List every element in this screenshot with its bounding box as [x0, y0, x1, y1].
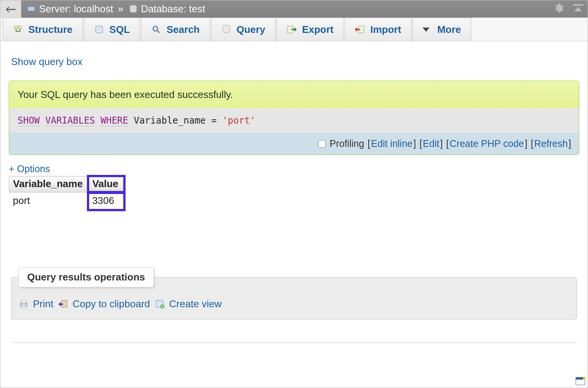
edit-inline-link[interactable]: Edit inline	[371, 138, 412, 149]
tab-label: SQL	[109, 24, 130, 36]
tab-label: Export	[302, 24, 333, 36]
table-header-row: Variable_name Value	[9, 176, 124, 192]
breadcrumb-separator: »	[116, 3, 126, 15]
arrow-left-icon	[5, 5, 16, 13]
tab-label: Search	[167, 24, 200, 36]
query-results-operations: Query results operations Print Copy to c…	[11, 267, 577, 320]
copy-clipboard-button[interactable]: Copy to clipboard	[58, 298, 150, 310]
svg-rect-6	[96, 26, 103, 33]
tab-sql[interactable]: SQL	[84, 18, 140, 41]
server-icon	[26, 4, 37, 15]
clipboard-icon	[58, 299, 69, 310]
cell-value: 3306	[88, 192, 124, 210]
cell-variable-name: port	[9, 192, 88, 210]
back-button[interactable]	[0, 0, 21, 18]
console-icon[interactable]	[575, 377, 585, 385]
tab-query[interactable]: Query	[211, 18, 276, 41]
results-table: Variable_name Value port 3306	[9, 176, 124, 210]
svg-line-8	[157, 31, 160, 33]
tab-structure[interactable]: Structure	[3, 18, 83, 41]
column-header-variable-name[interactable]: Variable_name	[9, 176, 88, 192]
export-icon	[287, 24, 297, 34]
sql-keyword: VARIABLES	[45, 115, 95, 126]
tab-label: Query	[237, 24, 265, 36]
print-label: Print	[33, 298, 53, 310]
create-view-label: Create view	[169, 298, 222, 310]
breadcrumb-bar: Server: localhost » Database: test	[0, 0, 588, 18]
structure-icon	[13, 24, 23, 34]
edit-link[interactable]: Edit	[423, 138, 439, 149]
svg-rect-4	[15, 26, 18, 29]
tabs-row: Structure SQL Search Query Export Import…	[0, 18, 588, 41]
database-icon	[128, 4, 139, 15]
tab-label: Import	[370, 24, 401, 36]
sql-icon	[94, 24, 104, 34]
gear-icon[interactable]	[553, 3, 564, 16]
import-icon	[355, 24, 365, 34]
chevron-down-icon	[423, 28, 430, 32]
column-header-value[interactable]: Value	[88, 176, 124, 192]
profiling-checkbox[interactable]	[318, 140, 326, 148]
sql-keyword: SHOW	[18, 115, 40, 126]
tab-more[interactable]: More	[412, 18, 471, 41]
create-php-link[interactable]: Create PHP code	[450, 138, 524, 149]
sql-keyword: WHERE	[101, 115, 128, 126]
breadcrumb-database[interactable]: Database: test	[141, 3, 205, 15]
printer-icon	[18, 299, 29, 310]
result-panel: Your SQL query has been executed success…	[9, 81, 579, 155]
print-button[interactable]: Print	[18, 298, 53, 310]
tab-label: Structure	[28, 24, 73, 36]
table-row: port 3306	[9, 192, 124, 210]
sql-display: SHOW VARIABLES WHERE Variable_name = 'po…	[9, 108, 579, 133]
create-view-button[interactable]: Create view	[155, 298, 222, 310]
options-toggle[interactable]: + Options	[9, 163, 579, 174]
tab-export[interactable]: Export	[276, 18, 344, 41]
svg-rect-20	[583, 377, 585, 380]
svg-point-7	[153, 26, 158, 31]
tab-label: More	[437, 24, 461, 36]
svg-rect-14	[22, 306, 26, 308]
operations-legend: Query results operations	[18, 267, 154, 287]
svg-rect-1	[30, 11, 33, 13]
copy-label: Copy to clipboard	[72, 298, 150, 310]
sql-toolbar: Profiling [Edit inline] [ Edit ] [ Creat…	[9, 133, 579, 155]
collapse-top-icon[interactable]	[572, 3, 584, 15]
refresh-link[interactable]: Refresh	[534, 138, 568, 149]
tab-import[interactable]: Import	[345, 18, 412, 41]
show-query-box-link[interactable]: Show query box	[11, 56, 579, 68]
sql-identifier: Variable_name	[134, 115, 206, 126]
svg-rect-5	[18, 26, 21, 29]
tab-search[interactable]: Search	[141, 18, 210, 41]
sql-op: =	[211, 115, 217, 126]
create-view-icon	[155, 299, 165, 310]
query-icon	[221, 24, 231, 34]
svg-rect-13	[22, 300, 26, 303]
search-icon	[151, 24, 161, 34]
svg-rect-0	[28, 7, 35, 11]
svg-rect-3	[573, 4, 583, 6]
success-message: Your SQL query has been executed success…	[9, 81, 579, 108]
divider	[11, 342, 577, 343]
breadcrumb-server[interactable]: Server: localhost	[39, 3, 113, 15]
profiling-label: Profiling	[330, 138, 364, 149]
sql-literal: 'port'	[222, 115, 256, 126]
